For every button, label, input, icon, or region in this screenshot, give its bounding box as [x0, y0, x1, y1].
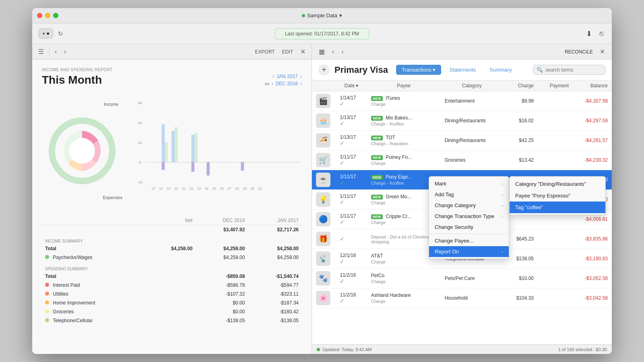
sidebar-toggle[interactable]: ▦ — [317, 47, 327, 56]
export-button[interactable]: EXPORT — [253, 47, 277, 56]
nav-right-jan[interactable]: › — [300, 74, 302, 79]
add-transaction-button[interactable]: + — [318, 64, 330, 76]
traffic-lights — [37, 13, 58, 18]
payee-name: Green Mo... — [386, 194, 411, 200]
context-menu-item-change-security[interactable]: Change Security — [429, 222, 509, 232]
context-menu-item-mark[interactable]: Mark › — [429, 178, 509, 189]
transaction-icon: 💡 — [316, 192, 330, 207]
download-button[interactable]: ⬇ — [584, 28, 594, 40]
new-badge: NEW — [371, 96, 383, 101]
date-value: 1/14/17 — [340, 95, 363, 101]
share-button[interactable]: ⎋ — [598, 28, 605, 40]
context-menu-item-change-category[interactable]: Change Category › — [429, 200, 509, 211]
right-nav-forward[interactable]: › — [339, 47, 345, 56]
col-icon — [312, 80, 336, 91]
row-icon-cell: 🎁 — [312, 229, 336, 249]
row-date-cell: 11/2/16 ✓ — [336, 269, 367, 288]
submenu-item-categorydiningrestaurants[interactable]: Category "Dining/Restaurants" — [510, 178, 605, 190]
table-row[interactable]: 🛒 1/11/17 ✓ NEW Putney Fo... Charge Groc… — [312, 150, 612, 170]
search-input[interactable] — [545, 67, 602, 73]
svg-text:20: 20 — [174, 187, 178, 191]
table-row[interactable]: 🧁 1/13/17 ✓ NEW Mix Bakes... Charge - #c… — [312, 111, 612, 131]
table-row[interactable]: 🐾 11/2/16 ✓ PetCo Charge Pets/Pet Care $… — [312, 269, 612, 288]
reconcile-button[interactable]: RECONCILE — [565, 49, 593, 55]
vs-label: vs — [265, 81, 269, 86]
table-row[interactable]: 🌸 11/2/16 ✓ Ashland Hardware Charge Hous… — [312, 288, 612, 308]
checkmark: ✓ — [340, 219, 363, 225]
row-balance-cell: -$3,052.58 — [573, 269, 612, 288]
context-menu-item-change-payee...[interactable]: Change Payee... — [429, 235, 509, 246]
row-balance-cell: -$4,297.59 — [573, 111, 612, 131]
transaction-sub: Charge — [371, 259, 437, 264]
date-value: 1/11/17 — [340, 193, 363, 199]
ctx-chevron: › — [502, 203, 503, 208]
col-category: Category — [441, 80, 503, 91]
checkmark: ✓ — [340, 140, 363, 146]
date-nav-jan: ‹ JAN 2017 › — [265, 74, 302, 79]
ctx-item-label: Change Transaction Type — [435, 213, 494, 219]
status-updated: Updated: Today, 9:42 AM — [322, 347, 372, 352]
checkmark: ✓ — [340, 298, 363, 304]
payee-value: NEW Putney Fo... — [371, 154, 437, 160]
row-date-cell: 1/11/17 ✓ — [336, 170, 367, 190]
tab-summary[interactable]: Summary — [484, 65, 518, 75]
row-charge-cell: $16.02 — [503, 111, 538, 131]
ctx-item-label: Change Category — [435, 202, 476, 208]
spending-dec-2: $0.00 — [196, 298, 248, 307]
table-row[interactable]: 🍜 1/13/17 ✓ NEW TOT Charge - #vacation D… — [312, 131, 612, 150]
close-button[interactable] — [37, 13, 42, 18]
payee-name: PetCo — [371, 273, 384, 278]
income-total-row: Total $4,258.00 $4,258.00 $4,258.00 — [42, 244, 302, 253]
income-total: $4,258.00 — [145, 244, 196, 253]
submenu-item-payeeponyespresso[interactable]: Payee "Pony Espresso" — [510, 190, 605, 202]
new-badge: NEW — [371, 214, 383, 219]
row-balance-cell: -$4,239.32 — [573, 150, 612, 170]
nav-forward-button[interactable]: › — [62, 47, 68, 56]
status-selection: 1 of 160 selected: -$3.30 — [558, 347, 607, 352]
date-sort-icon: ▾ — [356, 83, 358, 88]
toolbar-left: + ▾ ↻ — [39, 29, 66, 39]
table-row[interactable]: 🎬 1/14/17 ✓ NEW iTunes Charge Entertainm… — [312, 91, 612, 111]
new-badge: NEW — [371, 175, 383, 180]
col-label — [42, 216, 145, 225]
date-value: 1/11/17 — [340, 154, 363, 160]
svg-text:-1K: -1K — [137, 180, 143, 184]
edit-button[interactable]: EDIT — [280, 47, 295, 56]
nav-left-dec[interactable]: ‹ — [272, 81, 273, 86]
row-charge-cell: $42.25 — [503, 131, 538, 150]
refresh-button[interactable]: ↻ — [56, 29, 66, 39]
last-opened-banner: Last opened: 01/17/2017, 8:42 PM — [275, 28, 369, 39]
svg-text:30: 30 — [250, 187, 254, 191]
nav-back-button[interactable]: ‹ — [53, 47, 59, 56]
col-payee: Payee — [367, 80, 441, 91]
minimize-button[interactable] — [45, 13, 50, 18]
context-menu-item-change-transaction-type[interactable]: Change Transaction Type › — [429, 211, 509, 222]
add-button[interactable]: + ▾ — [39, 29, 53, 39]
right-toolbar-right: RECONCILE ✕ — [565, 47, 607, 56]
spending-jan-2: -$187.34 — [248, 298, 302, 307]
nav-left-jan[interactable]: ‹ — [272, 74, 274, 79]
right-nav-back[interactable]: ‹ — [330, 47, 336, 56]
context-menu-item-add-tag[interactable]: Add Tag › — [429, 189, 509, 200]
context-menu-item-report-on[interactable]: Report On › — [429, 246, 509, 257]
svg-text:19: 19 — [167, 187, 171, 191]
title-chevron: ▾ — [339, 12, 342, 19]
nav-right-dec[interactable]: › — [300, 81, 302, 86]
right-toolbar: ▦ ‹ › RECONCILE ✕ — [312, 44, 612, 60]
svg-text:26: 26 — [220, 187, 224, 191]
close-right-panel[interactable]: ✕ — [598, 47, 607, 56]
ctx-item-label: Change Security — [435, 224, 473, 230]
svg-text:25: 25 — [213, 187, 217, 191]
spending-dot-4 — [45, 318, 49, 322]
row-payee-cell: NEW iTunes Charge — [367, 91, 441, 111]
menu-button[interactable]: ☰ — [36, 47, 46, 56]
close-left-panel[interactable]: ✕ — [298, 47, 308, 56]
maximize-button[interactable] — [53, 13, 58, 18]
submenu-item-tagcoffee[interactable]: Tag "coffee" — [510, 202, 605, 213]
tab-transactions[interactable]: Transactions ▾ — [396, 65, 442, 75]
jan-2017-label: JAN 2017 — [277, 74, 298, 79]
spending-dot-3 — [45, 309, 49, 313]
checkmark: ✓ — [340, 258, 363, 265]
toolbar-right: ⬇ ⎋ — [584, 28, 605, 40]
tab-statements[interactable]: Statements — [444, 65, 481, 75]
